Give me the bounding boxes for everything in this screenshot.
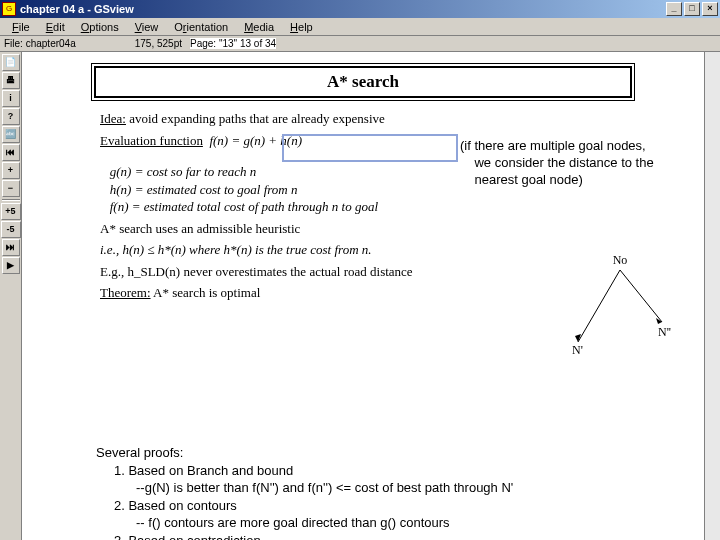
admissible-line-1: A* search uses an admissible heuristic	[100, 220, 640, 238]
find-button[interactable]: 🔤	[2, 126, 20, 143]
proof-item: 2. Based on contours	[114, 497, 656, 515]
info-strip: File: chapter04a 175, 525pt Page: "13" 1…	[0, 36, 720, 52]
proofs-title: Several proofs:	[96, 444, 656, 462]
info-coords: 175, 525pt	[92, 38, 182, 49]
page-title: A* search	[94, 66, 632, 98]
zoom-out-button[interactable]: -5	[1, 221, 21, 238]
proofs-annotation: Several proofs: 1. Based on Branch and b…	[96, 444, 656, 540]
menu-file[interactable]: File	[4, 19, 38, 35]
proof-subitem: -- f() contours are more goal directed t…	[136, 514, 656, 532]
svg-line-1	[620, 270, 662, 322]
proof-item: 1. Based on Branch and bound	[114, 462, 656, 480]
menu-options[interactable]: Options	[73, 19, 127, 35]
margin-annotation: (if there are multiple goal nodes, we co…	[460, 138, 720, 189]
annotation-line: nearest goal node)	[474, 172, 582, 187]
info-page: Page: "13" 13 of 34	[190, 38, 276, 49]
search-tree-diagram: No N' N''	[560, 252, 680, 362]
print-button[interactable]: 🖶	[2, 72, 20, 89]
last-button[interactable]: ▶	[2, 257, 20, 274]
proof-subitem: --g(N) is better than f(N'') and f(n'') …	[136, 479, 656, 497]
eval-label: Evaluation function	[100, 133, 203, 148]
window-controls: _ □ ×	[666, 2, 718, 16]
menu-edit[interactable]: Edit	[38, 19, 73, 35]
toolstrip: 📄 🖶 i ? 🔤 ⏮ + − +5 -5 ⏭ ▶	[0, 52, 22, 540]
theorem-label: Theorem:	[100, 285, 151, 300]
toolbar-divider	[2, 199, 20, 201]
workarea: 📄 🖶 i ? 🔤 ⏮ + − +5 -5 ⏭ ▶ A* search (if …	[0, 52, 720, 540]
menu-media[interactable]: Media	[236, 19, 282, 35]
zoom-in-button[interactable]: +5	[1, 203, 21, 220]
help-button[interactable]: ?	[2, 108, 20, 125]
tree-right-label: N''	[658, 325, 671, 339]
tree-root-label: No	[613, 253, 628, 267]
svg-line-0	[578, 270, 620, 342]
menu-view[interactable]: View	[127, 19, 167, 35]
annotation-line: (if there are multiple goal nodes,	[460, 138, 646, 153]
annotation-line: we consider the distance to the	[474, 155, 653, 170]
info-button[interactable]: i	[2, 90, 20, 107]
minimize-button[interactable]: _	[666, 2, 682, 16]
document-viewport: A* search (if there are multiple goal no…	[22, 52, 720, 540]
maximize-button[interactable]: □	[684, 2, 700, 16]
menubar: File Edit Options View Orientation Media…	[0, 18, 720, 36]
info-file: File: chapter04a	[4, 38, 84, 49]
idea-label: Idea:	[100, 111, 126, 126]
titlebar: G chapter 04 a - GSview _ □ ×	[0, 0, 720, 18]
menu-help[interactable]: Help	[282, 19, 321, 35]
idea-text: avoid expanding paths that are already e…	[129, 111, 385, 126]
window-title: chapter 04 a - GSview	[20, 3, 666, 15]
plus-button[interactable]: +	[2, 162, 20, 179]
app-icon: G	[2, 2, 16, 16]
next-button[interactable]: ⏭	[2, 239, 20, 256]
g-def: g(n) = cost so far to reach n	[110, 164, 257, 179]
admissible-line-2: i.e., h(n) ≤ h*(n) where h*(n) is the tr…	[100, 241, 640, 259]
minus-button[interactable]: −	[2, 180, 20, 197]
vertical-scrollbar[interactable]	[704, 52, 720, 540]
tree-left-label: N'	[572, 343, 583, 357]
open-button[interactable]: 📄	[2, 54, 20, 71]
document-content: A* search (if there are multiple goal no…	[22, 52, 704, 540]
proof-item: 3. Based on contradiction	[114, 532, 656, 540]
prev-button[interactable]: ⏮	[2, 144, 20, 161]
theorem-text: A* search is optimal	[153, 285, 260, 300]
document-body: (if there are multiple goal nodes, we co…	[100, 110, 640, 302]
formula-highlight-box	[282, 134, 458, 162]
f-def: f(n) = estimated total cost of path thro…	[110, 199, 378, 214]
example-line: E.g., h_SLD(n) never overestimates the a…	[100, 263, 640, 281]
close-button[interactable]: ×	[702, 2, 718, 16]
h-def: h(n) = estimated cost to goal from n	[110, 182, 298, 197]
menu-orientation[interactable]: Orientation	[166, 19, 236, 35]
